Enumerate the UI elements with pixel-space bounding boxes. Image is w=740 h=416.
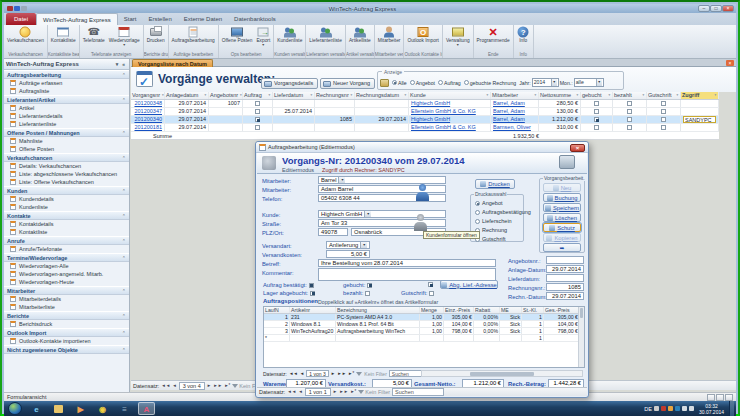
print-option-auftragsbestätigung[interactable]: Auftragsbestätigung (475, 209, 531, 215)
positions-column-5[interactable]: Rabatt (474, 307, 500, 313)
sidebar-item-kontaktliste[interactable]: Kontaktliste (4, 228, 129, 236)
sidebar-item-wiedervorlagen-alle[interactable]: Wiedervorlagen-Alle (4, 262, 129, 270)
ribbon-button-artikelliste[interactable]: Artikelliste (347, 25, 373, 51)
column-header-zugriff[interactable]: Zugriff▼ (681, 92, 719, 99)
table-row[interactable]: 20120034729.07.201425.07.2014Ellerstein … (131, 108, 719, 116)
nav-icon[interactable]: ►► (337, 371, 346, 376)
positions-vscroll[interactable] (578, 307, 584, 367)
abg-lief-adresse-button[interactable]: Abg. Lief.-Adresse (440, 280, 498, 289)
right-field-1[interactable]: 29.07.2014 (546, 265, 584, 273)
column-header-rechnungsnr[interactable]: Rechnungsnr▼ (315, 92, 355, 99)
tab-close-icon[interactable]: × (726, 60, 734, 66)
sidebar-item-offene-posten[interactable]: Offene Posten (4, 145, 129, 153)
sidebar-item-details-verkaufschancen[interactable]: Details: Verkaufschancen (4, 162, 129, 170)
nav-group-offene-posten-mahnungen[interactable]: Offene Posten / Mahnungen⌃ (4, 128, 129, 137)
positions-column-3[interactable]: Menge (420, 307, 444, 313)
nav-icon[interactable]: ►* (348, 371, 354, 376)
kunde-link[interactable]: Hightech GmbH (411, 116, 450, 123)
print-option-angebot[interactable]: Angebot (475, 200, 503, 206)
gebucht-checkbox[interactable] (594, 117, 599, 122)
gebucht-checkbox[interactable] (594, 109, 599, 114)
radio-alle[interactable] (392, 80, 397, 85)
betreff-field[interactable]: Ihre Bestellung vom 28.07.2014 (318, 259, 496, 267)
sidebar-item-kundenliste[interactable]: Kundenliste (4, 203, 129, 211)
gebucht-checkbox[interactable] (367, 283, 372, 288)
datasheet-view-icon[interactable] (716, 394, 724, 401)
volume-icon[interactable] (689, 406, 694, 411)
first-record-icon[interactable]: ◄◄ (287, 388, 296, 396)
table-row[interactable]: 20120034029.07.2014108529.07.2014Hightec… (131, 116, 719, 124)
tray-icon-blue[interactable] (675, 406, 680, 411)
mitarbeiter-link[interactable]: Barrel, Adam (493, 116, 525, 123)
sidebar-item-mitarbeiterdetails[interactable]: Mitarbeiterdetails (4, 295, 129, 303)
sidebar-item-wiedervorlagen-heute[interactable]: Wiedervorlagen-Heute (4, 278, 129, 286)
minimize-button[interactable]: – (698, 5, 710, 12)
versandkosten-field[interactable]: 5,00 € (326, 250, 370, 258)
tray-icon-orange[interactable] (668, 406, 673, 411)
gutschrift-checkbox[interactable] (661, 117, 666, 122)
sidebar-item-lieferantendetails[interactable]: Lieferantendetails (4, 112, 129, 120)
save-icon[interactable] (14, 6, 20, 11)
column-header-rechnungsdatum[interactable]: Rechnungsdatum▼ (355, 92, 409, 99)
nav-group-kunden[interactable]: Kunden⌃ (4, 186, 129, 195)
ribbon-button-drucken[interactable]: Drucken (145, 25, 167, 51)
gutschrift-checkbox[interactable] (429, 291, 434, 296)
table-row[interactable]: 20120018129.07.2014Ellerstein GmbH & Co.… (131, 124, 719, 132)
bezahlt-checkbox[interactable] (627, 125, 632, 130)
auftrag-checkbox[interactable] (255, 125, 260, 130)
nav-icon[interactable]: ◄ (300, 371, 304, 376)
ribbon-tab-datei[interactable]: Datei (6, 13, 36, 25)
nav-group-anrufe[interactable]: Anrufe⌃ (4, 236, 129, 245)
ribbon-tab-wintech-auftrag-express[interactable]: WinTech-Auftrag Express (36, 13, 118, 25)
language-indicator[interactable]: DE (644, 406, 652, 412)
last-record-icon[interactable]: ►► (213, 382, 222, 390)
print-option-lieferschein[interactable]: Lieferschein (475, 218, 512, 224)
sidebar-item-outlook-kontakte-importieren[interactable]: Outlook-Kontakte importieren (4, 337, 129, 345)
nav-group-mitarbeiter[interactable]: Mitarbeiter⌃ (4, 286, 129, 295)
column-header-nettosumme[interactable]: Nettosumme▼ (539, 92, 581, 99)
jahr-combo[interactable]: 2014▼ (532, 78, 559, 87)
positions-column-4[interactable]: Einz.-Preis (444, 307, 474, 313)
positions-hscrollbar[interactable] (421, 370, 583, 377)
sidebar-item-anrufe-telefonate[interactable]: Anrufe/Telefonate (4, 245, 129, 253)
tray-icon-red[interactable] (661, 406, 666, 411)
sidebar-item-lieferantenliste[interactable]: Lieferantenliste (4, 120, 129, 128)
vorgangsnr-link[interactable]: 201200348 (134, 100, 162, 107)
positions-column-6[interactable]: ME (500, 307, 522, 313)
auftrag-checkbox[interactable] (255, 109, 260, 114)
ribbon-button-auftragsbearbeitung[interactable]: Auftragsbearbeitung (170, 25, 217, 51)
maximize-button[interactable]: □ (710, 5, 722, 12)
nav-group-auftragsbearbeitung[interactable]: Auftragsbearbeitung⌃ (4, 70, 129, 79)
column-header-vorgangsnr[interactable]: Vorgangsnr▼ (131, 92, 165, 99)
taskbar-icon-media-player[interactable]: ▶ (72, 402, 89, 415)
new-record-icon[interactable]: ►* (350, 388, 356, 396)
auftrag-checkbox[interactable] (255, 117, 260, 122)
sidebar-item-mahnliste[interactable]: Mahnliste (4, 137, 129, 145)
mitarbeiter-link[interactable]: Barrel, Adam (493, 100, 525, 107)
right-field-2[interactable] (546, 274, 584, 282)
ribbon-button-telefonate[interactable]: ☎Telefonate (81, 25, 107, 51)
next-record-icon[interactable]: ► (207, 382, 211, 390)
right-field-0[interactable] (546, 256, 584, 264)
sidebar-item-auftragsliste[interactable]: Auftragsliste (4, 87, 129, 95)
dialog-close-button[interactable]: × (570, 144, 585, 152)
show-desktop-button[interactable] (729, 401, 734, 416)
bezahlt-checkbox[interactable] (365, 291, 370, 296)
ribbon-button-kontaktliste[interactable]: Kontaktliste (49, 25, 78, 51)
ribbon-button-verkaufschancen[interactable]: Verkaufschancen (5, 25, 46, 51)
sidebar-item-wiedervorlagen-angemeld-mitarb-[interactable]: Wiedervorlagen-angemeld. Mitarb. (4, 270, 129, 278)
ribbon-tab-start[interactable]: Start (118, 13, 143, 25)
ribbon-button-export[interactable]: Export▼ (254, 25, 272, 51)
nav-group-outlook-import[interactable]: Outlook Import⌃ (4, 328, 129, 337)
last-record-icon[interactable]: ►► (339, 388, 348, 396)
new-record-icon[interactable]: ►* (224, 382, 230, 390)
ribbon-button-programmende[interactable]: ✕Programmende (475, 25, 512, 51)
form-view-icon[interactable] (707, 394, 715, 401)
positions-column-0[interactable]: LaufN (264, 307, 290, 313)
kunde-link[interactable]: Hightech GmbH (411, 100, 450, 107)
position-row[interactable]: 3WinTechAuftrag20Auftragsbearbeitung Win… (264, 328, 584, 335)
mitarbeiter-combo[interactable]: Barrel▼ (318, 176, 446, 184)
speichern-button[interactable]: Speichern (543, 203, 581, 212)
neuer-vorgang-button[interactable]: Neuer Vorgang (320, 78, 375, 89)
radio-angebot[interactable] (410, 80, 415, 85)
